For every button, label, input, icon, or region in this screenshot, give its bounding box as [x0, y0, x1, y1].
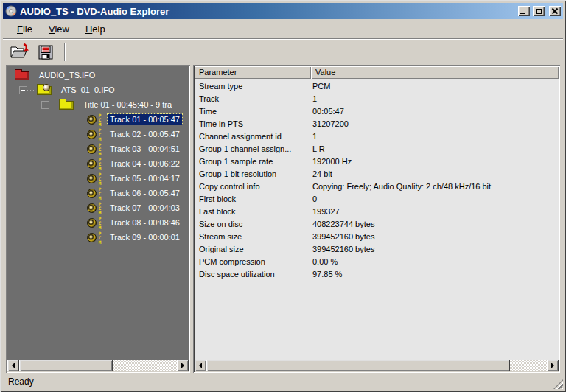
arrow-left-icon — [199, 363, 202, 368]
pcm-track-icon: PCM — [87, 127, 102, 141]
detail-row[interactable]: Time00:05:47 — [195, 105, 559, 117]
tree-item-root[interactable]: AUDIO_TS.IFO — [12, 68, 189, 83]
open-folder-icon — [10, 43, 29, 61]
scroll-left-button[interactable] — [7, 360, 19, 371]
save-button[interactable] — [35, 42, 57, 63]
pcm-track-icon: PCM — [87, 142, 102, 155]
yellow-folder-disc-icon — [37, 86, 52, 95]
tree-connector — [49, 105, 56, 105]
menu-help[interactable]: Help — [79, 21, 112, 37]
arrow-right-icon — [551, 363, 554, 368]
detail-row[interactable]: Group 1 channel assign...L R — [195, 142, 559, 155]
scrollbar-thumb[interactable] — [19, 360, 113, 371]
column-header-parameter[interactable]: Parameter — [195, 66, 311, 79]
pcm-track-icon: PCM — [87, 113, 102, 126]
scrollbar-thumb[interactable] — [206, 360, 510, 371]
tree-item-track[interactable]: PCM Track 04 - 00:06:22 — [87, 156, 189, 171]
close-button[interactable] — [549, 6, 561, 16]
detail-row[interactable]: Disc space utilization97.85 % — [195, 267, 559, 280]
arrow-left-icon — [12, 363, 15, 368]
menu-file[interactable]: File — [10, 21, 39, 37]
resize-grip[interactable] — [553, 379, 563, 389]
selected-track-label: Track 01 - 00:05:47 — [108, 114, 182, 125]
detail-row[interactable]: Size on disc408223744 bytes — [195, 217, 559, 230]
detail-row[interactable]: Copy control infoCopying: Freely; Audio … — [195, 180, 559, 192]
cd-disc-icon — [5, 5, 17, 17]
title-bar[interactable]: AUDIO_TS - DVD-Audio Explorer — [3, 3, 563, 19]
detail-row[interactable]: Last block199327 — [195, 205, 559, 217]
tree-item-track[interactable]: PCM Track 07 - 00:04:03 — [87, 200, 189, 215]
main-area: AUDIO_TS.IFO ATS_01_0.IFO Title 01 - 00:… — [3, 65, 563, 373]
open-button[interactable] — [8, 42, 30, 63]
scrollbar-track[interactable] — [510, 360, 547, 371]
details-horizontal-scrollbar[interactable] — [195, 360, 559, 371]
save-icon — [37, 43, 55, 61]
details-pane: Parameter Value Stream typePCM Track1 Ti… — [193, 65, 560, 373]
tree-item-title[interactable]: Title 01 - 00:45:40 - 9 tra — [41, 97, 189, 112]
status-text: Ready — [8, 377, 34, 387]
collapse-minus-icon[interactable] — [19, 86, 27, 94]
yellow-folder-icon — [59, 101, 74, 110]
window-title: AUDIO_TS - DVD-Audio Explorer — [20, 6, 515, 17]
details-header: Parameter Value — [195, 66, 559, 79]
tree-horizontal-scrollbar[interactable] — [7, 360, 189, 371]
pcm-track-icon: PCM — [87, 216, 102, 229]
minimize-button[interactable] — [518, 6, 530, 16]
detail-row[interactable]: Stream typePCM — [195, 80, 559, 92]
menu-view[interactable]: View — [42, 21, 76, 37]
tree-item-ifo[interactable]: ATS_01_0.IFO — [19, 83, 189, 97]
maximize-button[interactable] — [533, 6, 545, 16]
close-icon — [551, 8, 559, 14]
tree-item-track[interactable]: PCM Track 06 - 00:05:47 — [87, 186, 189, 200]
collapse-minus-icon[interactable] — [41, 101, 49, 109]
tree-item-track[interactable]: PCM Track 02 - 00:05:47 — [87, 127, 189, 141]
tree-item-track[interactable]: PCM Track 01 - 00:05:47 — [87, 112, 189, 127]
detail-row[interactable]: Group 1 bit resolution24 bit — [195, 167, 559, 180]
red-folder-icon — [15, 71, 29, 80]
details-list: Stream typePCM Track1 Time00:05:47 Time … — [195, 79, 559, 360]
scroll-right-button[interactable] — [547, 360, 559, 371]
detail-row[interactable]: Stream size399452160 bytes — [195, 230, 559, 242]
detail-row[interactable]: PCM compression0.00 % — [195, 255, 559, 267]
pcm-track-icon: PCM — [87, 186, 102, 200]
disc-emblem-icon — [43, 84, 50, 91]
detail-row[interactable]: First block0 — [195, 192, 559, 205]
detail-row[interactable]: Original size399452160 bytes — [195, 242, 559, 255]
scroll-right-button[interactable] — [177, 360, 189, 371]
status-bar: Ready — [3, 374, 563, 389]
tree-pane: AUDIO_TS.IFO ATS_01_0.IFO Title 01 - 00:… — [6, 65, 190, 373]
scrollbar-track[interactable] — [113, 360, 177, 371]
scroll-left-button[interactable] — [195, 360, 206, 371]
menu-bar: File View Help — [3, 19, 563, 38]
detail-row[interactable]: Time in PTS31207200 — [195, 117, 559, 130]
pcm-track-icon: PCM — [87, 201, 102, 214]
tree-item-track[interactable]: PCM Track 09 - 00:00:01 — [87, 230, 189, 245]
maximize-icon — [536, 9, 542, 14]
pcm-track-icon: PCM — [87, 157, 102, 170]
minimize-icon — [520, 13, 525, 14]
app-window: AUDIO_TS - DVD-Audio Explorer File View … — [0, 0, 566, 392]
pcm-track-icon: PCM — [87, 172, 102, 185]
detail-row[interactable]: Group 1 sample rate192000 Hz — [195, 155, 559, 167]
tree-item-track[interactable]: PCM Track 05 - 00:04:17 — [87, 171, 189, 186]
detail-row[interactable]: Track1 — [195, 92, 559, 105]
tree-item-track[interactable]: PCM Track 08 - 00:08:46 — [87, 215, 189, 230]
column-header-value[interactable]: Value — [311, 66, 559, 79]
tree-item-track[interactable]: PCM Track 03 - 00:04:51 — [87, 141, 189, 156]
toolbar-separator — [64, 43, 66, 61]
arrow-right-icon — [181, 363, 184, 368]
detail-row[interactable]: Channel assignment id1 — [195, 130, 559, 142]
toolbar — [3, 38, 563, 65]
tree-view: AUDIO_TS.IFO ATS_01_0.IFO Title 01 - 00:… — [7, 66, 189, 360]
tree-connector — [27, 90, 34, 91]
pcm-track-icon: PCM — [87, 231, 102, 244]
